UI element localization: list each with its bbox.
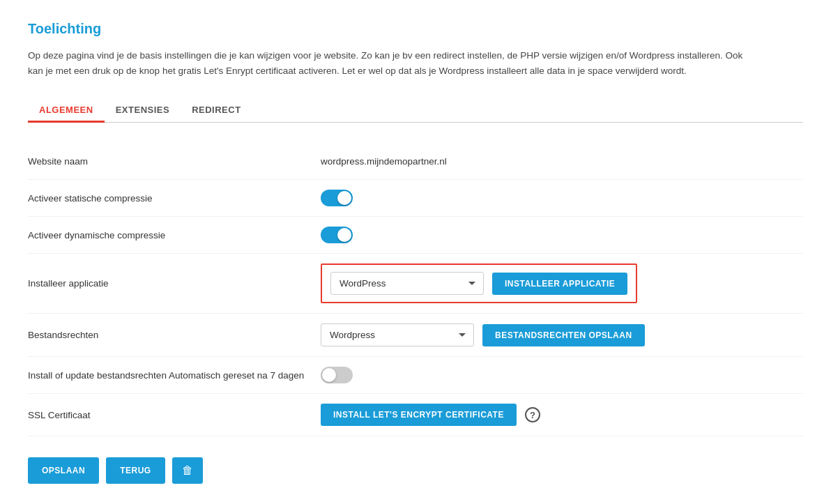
installeer-applicatie-row: Installeer applicatie WordPress Joomla D… xyxy=(28,254,803,314)
tab-redirect[interactable]: REDIRECT xyxy=(181,99,252,123)
installeer-applicatie-highlighted: WordPress Joomla Drupal INSTALLEER APPLI… xyxy=(321,264,637,303)
dynamische-compressie-row: Activeer dynamische compressie xyxy=(28,217,803,254)
ssl-row: SSL Certificaat INSTALL LET'S ENCRYPT CE… xyxy=(28,394,803,436)
dynamische-compressie-control xyxy=(321,227,803,243)
website-naam-label: Website naam xyxy=(28,156,321,167)
bestandsrechten-row: Bestandsrechten Wordpress Joomla Drupal … xyxy=(28,314,803,357)
bestandsrechten-select[interactable]: Wordpress Joomla Drupal xyxy=(321,323,474,346)
tab-algemeen[interactable]: ALGEMEEN xyxy=(28,99,105,123)
page-title: Toelichting xyxy=(28,21,803,37)
website-naam-control: wordpress.mijndemopartner.nl xyxy=(321,156,803,167)
ssl-control: INSTALL LET'S ENCRYPT CERTIFICATE ? xyxy=(321,404,803,426)
auto-reset-toggle[interactable] xyxy=(321,367,353,383)
ssl-label: SSL Certificaat xyxy=(28,410,321,420)
auto-reset-label: Install of update bestandsrechten Automa… xyxy=(28,370,321,381)
tabs-container: ALGEMEEN EXTENSIES REDIRECT xyxy=(28,99,803,123)
delete-button[interactable]: 🗑 xyxy=(172,457,203,484)
installeer-applicatie-label: Installeer applicatie xyxy=(28,278,321,289)
installeer-applicatie-control: WordPress Joomla Drupal INSTALLEER APPLI… xyxy=(321,264,803,303)
bestandsrechten-opslaan-button[interactable]: BESTANDSRECHTEN OPSLAAN xyxy=(482,324,645,346)
installeer-applicatie-select[interactable]: WordPress Joomla Drupal xyxy=(330,272,484,295)
dynamische-compressie-toggle[interactable] xyxy=(321,227,353,243)
tab-extensies[interactable]: EXTENSIES xyxy=(105,99,181,123)
action-buttons: OPSLAAN TERUG 🗑 xyxy=(28,457,803,484)
statische-compressie-label: Activeer statische compressie xyxy=(28,193,321,204)
auto-reset-control xyxy=(321,367,803,383)
website-naam-value: wordpress.mijndemopartner.nl xyxy=(321,156,447,167)
bestandsrechten-control: Wordpress Joomla Drupal BESTANDSRECHTEN … xyxy=(321,323,803,346)
ssl-help-icon[interactable]: ? xyxy=(525,407,540,422)
website-naam-row: Website naam wordpress.mijndemopartner.n… xyxy=(28,144,803,180)
statische-compressie-control xyxy=(321,190,803,206)
statische-compressie-toggle[interactable] xyxy=(321,190,353,206)
statische-compressie-row: Activeer statische compressie xyxy=(28,180,803,217)
save-button[interactable]: OPSLAAN xyxy=(28,457,99,484)
back-button[interactable]: TERUG xyxy=(106,457,165,484)
form-section: Website naam wordpress.mijndemopartner.n… xyxy=(28,144,803,436)
ssl-button[interactable]: INSTALL LET'S ENCRYPT CERTIFICATE xyxy=(321,404,517,426)
page-description: Op deze pagina vind je de basis instelli… xyxy=(28,48,760,78)
auto-reset-row: Install of update bestandsrechten Automa… xyxy=(28,357,803,394)
dynamische-compressie-label: Activeer dynamische compressie xyxy=(28,230,321,240)
bestandsrechten-label: Bestandsrechten xyxy=(28,330,321,340)
trash-icon: 🗑 xyxy=(182,464,193,477)
installeer-applicatie-button[interactable]: INSTALLEER APPLICATIE xyxy=(492,273,627,295)
